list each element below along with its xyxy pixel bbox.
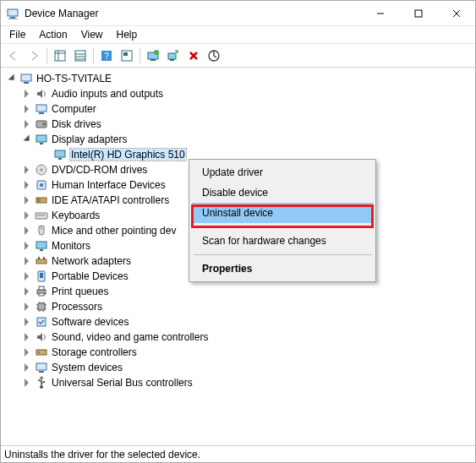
tree-category[interactable]: Sound, video and game controllers — [3, 330, 473, 345]
mouse-icon — [35, 224, 48, 237]
context-properties[interactable]: Properties — [192, 259, 373, 279]
menu-view[interactable]: View — [74, 27, 110, 42]
context-scan-hardware[interactable]: Scan for hardware changes — [192, 231, 373, 251]
expand-icon[interactable] — [21, 255, 33, 267]
expand-icon[interactable] — [21, 179, 33, 191]
svg-rect-51 — [43, 257, 45, 259]
svg-rect-50 — [38, 257, 40, 259]
tree-category-label: Audio inputs and outputs — [52, 88, 163, 100]
app-icon — [6, 7, 19, 20]
tree-category[interactable]: Computer — [3, 101, 473, 117]
display-icon — [35, 133, 48, 146]
show-hide-tree-button[interactable] — [51, 46, 69, 65]
tree-category-label: Storage controllers — [52, 346, 137, 358]
expand-icon[interactable] — [21, 362, 33, 373]
tree-category[interactable]: Audio inputs and outputs — [3, 86, 473, 101]
keyboard-icon — [35, 209, 48, 222]
svg-rect-70 — [39, 371, 44, 373]
svg-rect-21 — [168, 53, 176, 59]
svg-rect-31 — [40, 143, 43, 144]
toolbar-separator — [47, 48, 47, 63]
tree-category-label: Software devices — [52, 316, 129, 328]
expand-icon[interactable] — [21, 377, 33, 389]
tree-category[interactable]: Universal Serial Bus controllers — [3, 375, 473, 390]
expand-icon[interactable] — [21, 225, 33, 237]
disable-button[interactable] — [205, 46, 223, 65]
expand-icon[interactable] — [21, 210, 33, 221]
tree-category[interactable]: Processors — [3, 299, 473, 314]
svg-rect-43 — [40, 215, 41, 216]
context-uninstall-device[interactable]: Uninstall device — [192, 203, 373, 223]
toolbar-separator — [93, 48, 94, 63]
action-center-button[interactable] — [118, 46, 136, 65]
titlebar: Device Manager — [1, 1, 475, 26]
statusbar: Uninstalls the driver for the selected d… — [1, 445, 475, 462]
svg-rect-19 — [150, 59, 156, 61]
tree-category-label: Human Interface Devices — [52, 179, 166, 191]
storage-icon — [35, 346, 48, 359]
expand-icon[interactable] — [21, 270, 33, 282]
expand-icon[interactable] — [21, 286, 33, 297]
svg-rect-67 — [36, 350, 47, 355]
tree-category-label: Mice and other pointing dev — [52, 225, 176, 237]
svg-rect-57 — [38, 303, 45, 310]
menu-action[interactable]: Action — [32, 27, 74, 42]
tree-category[interactable]: Disk drives — [3, 117, 473, 132]
expand-icon[interactable] — [21, 88, 33, 100]
back-button — [4, 46, 23, 65]
minimize-button[interactable] — [361, 1, 399, 25]
tree-category[interactable]: Software devices — [3, 314, 473, 330]
expand-icon[interactable] — [21, 194, 33, 206]
uninstall-button[interactable] — [184, 46, 203, 65]
tree-category-label: Computer — [52, 103, 96, 115]
usb-icon — [35, 376, 48, 389]
expand-icon[interactable] — [21, 331, 33, 343]
svg-rect-26 — [36, 105, 47, 112]
expand-icon[interactable] — [21, 164, 33, 176]
close-button[interactable] — [437, 1, 475, 25]
expand-icon[interactable] — [21, 316, 33, 328]
context-disable-device[interactable]: Disable device — [192, 182, 373, 203]
svg-point-68 — [38, 351, 40, 353]
tree-category[interactable]: Storage controllers — [3, 345, 473, 360]
tree-category-label: Display adapters — [52, 133, 127, 145]
svg-rect-2 — [8, 18, 17, 19]
svg-rect-45 — [44, 215, 46, 216]
menu-file[interactable]: File — [3, 27, 32, 42]
disk-icon — [35, 117, 48, 131]
network-icon — [35, 254, 48, 268]
help-button[interactable]: ? — [97, 46, 116, 65]
tree-root[interactable]: HO-TS-TVITALE — [3, 71, 473, 86]
toolbar: ? — [1, 44, 475, 68]
context-update-driver[interactable]: Update driver — [192, 162, 373, 182]
scan-hardware-button[interactable] — [164, 46, 183, 65]
ide-icon — [35, 193, 48, 207]
expand-icon[interactable] — [21, 240, 33, 252]
tree-category[interactable]: Print queues — [3, 284, 473, 299]
svg-rect-4 — [415, 10, 422, 17]
svg-rect-49 — [36, 259, 47, 264]
svg-rect-7 — [55, 51, 65, 61]
expand-icon[interactable] — [21, 118, 33, 130]
tree-category[interactable]: System devices — [3, 360, 473, 375]
update-driver-button[interactable] — [144, 46, 162, 65]
expand-icon[interactable] — [21, 301, 33, 313]
expand-icon[interactable] — [21, 133, 33, 145]
expand-icon[interactable] — [21, 346, 33, 358]
menu-help[interactable]: Help — [110, 27, 145, 42]
expand-icon[interactable] — [21, 103, 33, 115]
tree-category-label: System devices — [52, 362, 123, 373]
expand-icon[interactable] — [6, 73, 18, 84]
properties-button[interactable] — [71, 46, 90, 65]
menubar: File Action View Help — [1, 26, 475, 44]
forward-button — [25, 46, 43, 65]
maximize-button[interactable] — [399, 1, 437, 25]
svg-rect-33 — [58, 158, 62, 160]
svg-rect-53 — [40, 273, 43, 278]
svg-point-71 — [40, 385, 43, 389]
svg-rect-17 — [123, 52, 128, 56]
tree-category-label: IDE ATA/ATAPI controllers — [52, 194, 169, 206]
svg-rect-0 — [8, 9, 18, 16]
monitor-icon — [35, 239, 48, 253]
tree-category-display-adapters[interactable]: Display adapters — [3, 132, 473, 147]
